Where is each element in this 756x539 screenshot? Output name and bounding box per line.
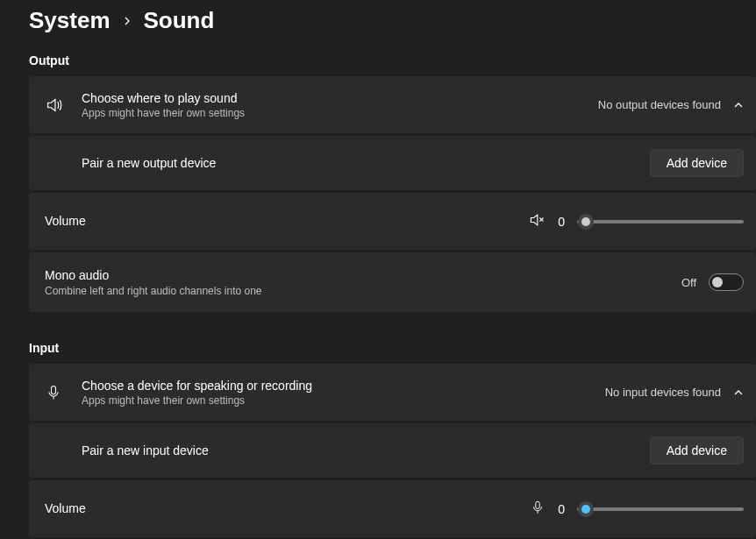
input-volume-value: 0 bbox=[558, 502, 565, 516]
chevron-up-icon bbox=[733, 100, 744, 110]
mono-audio-row: Mono audio Combine left and right audio … bbox=[29, 252, 756, 312]
input-choose-subtitle: Apps might have their own settings bbox=[82, 394, 605, 407]
mono-audio-subtitle: Combine left and right audio channels in… bbox=[45, 285, 681, 297]
output-volume-row: Volume 0 bbox=[29, 193, 756, 250]
breadcrumb-current: Sound bbox=[144, 7, 215, 34]
svg-rect-1 bbox=[536, 501, 540, 508]
output-pair-row: Pair a new output device Add device bbox=[29, 136, 756, 190]
output-choose-row[interactable]: Choose where to play sound Apps might ha… bbox=[29, 76, 756, 133]
add-input-device-button[interactable]: Add device bbox=[650, 436, 744, 465]
output-volume-value: 0 bbox=[558, 215, 565, 229]
output-pair-title: Pair a new output device bbox=[82, 155, 650, 171]
input-choose-row[interactable]: Choose a device for speaking or recordin… bbox=[29, 364, 756, 421]
mono-audio-toggle[interactable] bbox=[709, 273, 744, 291]
breadcrumb-parent[interactable]: System bbox=[29, 7, 111, 34]
output-choose-subtitle: Apps might have their own settings bbox=[82, 107, 598, 119]
microphone-icon bbox=[45, 383, 82, 402]
chevron-up-icon bbox=[733, 387, 744, 398]
input-volume-row: Volume 0 bbox=[29, 480, 756, 537]
mono-audio-state: Off bbox=[681, 276, 696, 289]
microphone-icon[interactable] bbox=[530, 499, 546, 519]
output-choose-title: Choose where to play sound bbox=[82, 90, 598, 106]
input-pair-title: Pair a new input device bbox=[82, 443, 650, 458]
section-label-output: Output bbox=[29, 53, 756, 67]
section-label-input: Input bbox=[29, 341, 756, 355]
breadcrumb: System Sound bbox=[29, 7, 756, 34]
input-choose-title: Choose a device for speaking or recordin… bbox=[82, 378, 605, 394]
add-output-device-button[interactable]: Add device bbox=[650, 149, 744, 177]
input-volume-label: Volume bbox=[45, 500, 530, 516]
speaker-muted-icon[interactable] bbox=[528, 211, 546, 231]
input-pair-row: Pair a new input device Add device bbox=[29, 423, 756, 478]
output-volume-label: Volume bbox=[45, 213, 528, 229]
mono-audio-title: Mono audio bbox=[45, 267, 681, 283]
chevron-right-icon bbox=[123, 14, 132, 28]
input-volume-slider[interactable] bbox=[577, 507, 744, 511]
output-choose-status: No output devices found bbox=[598, 98, 721, 111]
svg-rect-0 bbox=[52, 386, 56, 394]
speaker-icon bbox=[45, 96, 82, 115]
input-choose-status: No input devices found bbox=[605, 386, 721, 399]
output-volume-slider[interactable] bbox=[577, 220, 744, 223]
